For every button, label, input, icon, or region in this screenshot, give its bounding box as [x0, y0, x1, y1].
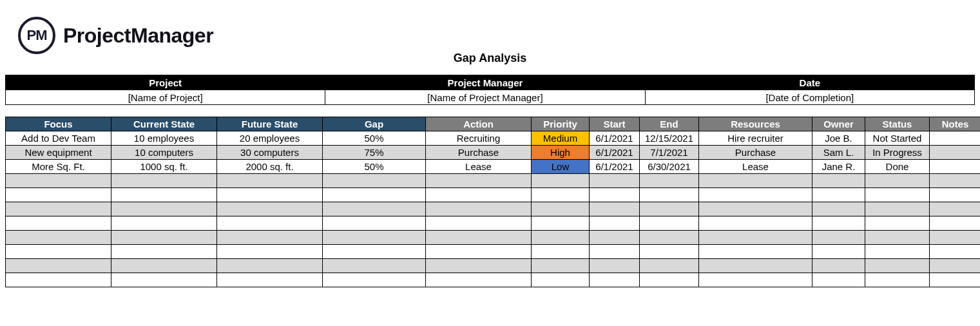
cell-status[interactable] — [865, 245, 930, 259]
cell-current[interactable] — [111, 245, 217, 259]
cell-future[interactable] — [217, 245, 323, 259]
cell-focus[interactable]: Add to Dev Team — [6, 131, 111, 146]
cell-current[interactable]: 10 computers — [111, 146, 217, 160]
cell-end[interactable] — [640, 273, 699, 287]
cell-end[interactable]: 6/30/2021 — [640, 160, 699, 174]
cell-current[interactable] — [111, 202, 217, 216]
cell-action[interactable] — [426, 259, 532, 273]
cell-priority[interactable]: Low — [532, 160, 590, 174]
cell-end[interactable] — [640, 202, 699, 216]
cell-resources[interactable] — [699, 259, 812, 273]
cell-resources[interactable] — [699, 273, 812, 287]
cell-notes[interactable] — [930, 273, 981, 287]
cell-resources[interactable]: Purchase — [699, 146, 812, 160]
cell-priority[interactable] — [532, 188, 590, 202]
cell-priority[interactable] — [532, 174, 590, 188]
cell-start[interactable] — [590, 259, 640, 273]
meta-manager-value[interactable]: [Name of Project Manager] — [325, 90, 645, 105]
cell-current[interactable] — [111, 216, 217, 231]
cell-focus[interactable] — [6, 188, 111, 202]
cell-owner[interactable] — [812, 273, 865, 287]
cell-notes[interactable] — [930, 202, 981, 216]
cell-end[interactable] — [640, 188, 699, 202]
cell-status[interactable] — [865, 259, 930, 273]
cell-notes[interactable] — [930, 131, 981, 146]
cell-future[interactable] — [217, 259, 323, 273]
cell-start[interactable] — [590, 245, 640, 259]
cell-future[interactable] — [217, 174, 323, 188]
cell-status[interactable]: Not Started — [865, 131, 930, 146]
cell-status[interactable] — [865, 174, 930, 188]
cell-resources[interactable] — [699, 202, 812, 216]
cell-owner[interactable]: Jane R. — [812, 160, 865, 174]
cell-gap[interactable]: 75% — [323, 146, 426, 160]
cell-focus[interactable] — [6, 174, 111, 188]
cell-future[interactable] — [217, 202, 323, 216]
cell-resources[interactable] — [699, 231, 812, 245]
cell-status[interactable] — [865, 188, 930, 202]
cell-future[interactable]: 30 computers — [217, 146, 323, 160]
cell-focus[interactable] — [6, 259, 111, 273]
cell-gap[interactable]: 50% — [323, 160, 426, 174]
cell-gap[interactable] — [323, 202, 426, 216]
cell-start[interactable] — [590, 273, 640, 287]
cell-owner[interactable] — [812, 259, 865, 273]
cell-action[interactable] — [426, 174, 532, 188]
cell-focus[interactable]: New equipment — [6, 146, 111, 160]
cell-priority[interactable] — [532, 245, 590, 259]
cell-current[interactable]: 10 employees — [111, 131, 217, 146]
cell-action[interactable]: Purchase — [426, 146, 532, 160]
cell-end[interactable] — [640, 174, 699, 188]
cell-notes[interactable] — [930, 259, 981, 273]
cell-owner[interactable] — [812, 174, 865, 188]
cell-action[interactable] — [426, 245, 532, 259]
cell-current[interactable]: 1000 sq. ft. — [111, 160, 217, 174]
cell-future[interactable] — [217, 231, 323, 245]
cell-focus[interactable] — [6, 231, 111, 245]
cell-priority[interactable] — [532, 202, 590, 216]
cell-priority[interactable] — [532, 231, 590, 245]
cell-owner[interactable] — [812, 216, 865, 231]
cell-start[interactable] — [590, 188, 640, 202]
cell-action[interactable] — [426, 216, 532, 231]
cell-notes[interactable] — [930, 231, 981, 245]
cell-end[interactable] — [640, 259, 699, 273]
cell-future[interactable] — [217, 188, 323, 202]
cell-resources[interactable] — [699, 174, 812, 188]
cell-status[interactable] — [865, 216, 930, 231]
cell-resources[interactable] — [699, 188, 812, 202]
cell-end[interactable]: 12/15/2021 — [640, 131, 699, 146]
cell-current[interactable] — [111, 259, 217, 273]
cell-action[interactable]: Recruiting — [426, 131, 532, 146]
cell-owner[interactable] — [812, 245, 865, 259]
cell-start[interactable]: 6/1/2021 — [590, 131, 640, 146]
cell-action[interactable] — [426, 231, 532, 245]
cell-notes[interactable] — [930, 216, 981, 231]
cell-start[interactable] — [590, 202, 640, 216]
cell-future[interactable]: 2000 sq. ft. — [217, 160, 323, 174]
cell-resources[interactable]: Hire recruiter — [699, 131, 812, 146]
cell-status[interactable] — [865, 202, 930, 216]
cell-notes[interactable] — [930, 174, 981, 188]
cell-notes[interactable] — [930, 188, 981, 202]
cell-notes[interactable] — [930, 160, 981, 174]
cell-status[interactable]: In Progress — [865, 146, 930, 160]
cell-end[interactable] — [640, 216, 699, 231]
cell-resources[interactable] — [699, 216, 812, 231]
cell-notes[interactable] — [930, 146, 981, 160]
cell-status[interactable] — [865, 273, 930, 287]
cell-priority[interactable] — [532, 273, 590, 287]
cell-start[interactable] — [590, 174, 640, 188]
cell-focus[interactable] — [6, 245, 111, 259]
cell-owner[interactable] — [812, 202, 865, 216]
cell-end[interactable] — [640, 231, 699, 245]
cell-priority[interactable] — [532, 259, 590, 273]
cell-owner[interactable]: Sam L. — [812, 146, 865, 160]
cell-owner[interactable]: Joe B. — [812, 131, 865, 146]
cell-priority[interactable]: High — [532, 146, 590, 160]
cell-priority[interactable] — [532, 216, 590, 231]
cell-action[interactable] — [426, 273, 532, 287]
cell-action[interactable] — [426, 188, 532, 202]
cell-focus[interactable] — [6, 216, 111, 231]
cell-gap[interactable] — [323, 245, 426, 259]
